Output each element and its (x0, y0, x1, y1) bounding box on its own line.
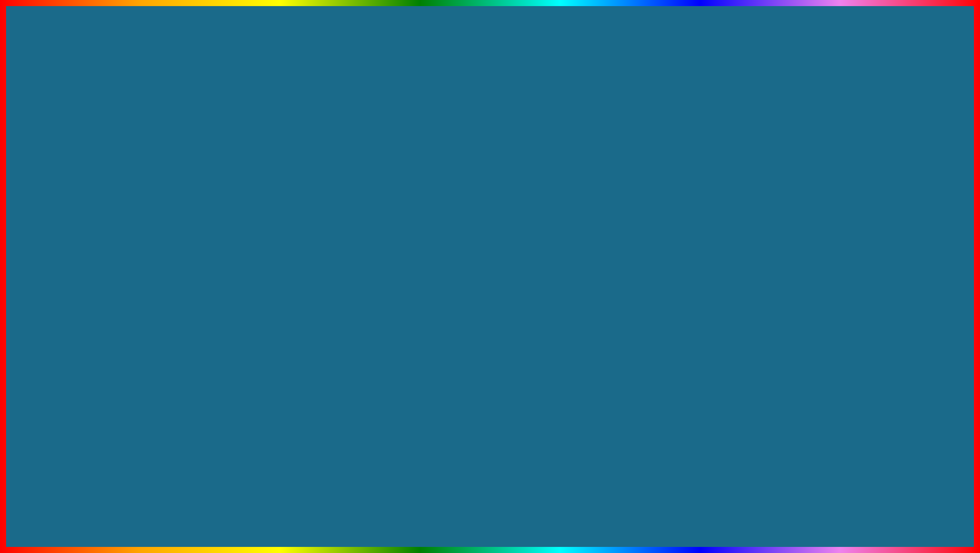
auto-buy-label: Auto Buy Gear (120, 234, 167, 243)
sidebar-label-sky: Sky (67, 321, 78, 329)
content-row-auto-buy[interactable]: Auto Buy Gear (113, 228, 298, 249)
panel-right-sidebar: Welcome Main Setting Item & Quest Stats … (692, 184, 763, 340)
content-row-lever[interactable]: Teleport to Lever Pull (113, 312, 298, 332)
close-button-left[interactable]: ✕ (280, 168, 291, 179)
auto-turn-toggle[interactable] (281, 275, 291, 285)
title-letter-i: I (671, 12, 700, 108)
title-letter-o: O (285, 12, 357, 108)
sidebar-dot-setting (698, 225, 703, 230)
sidebar-dot-raid-right (698, 288, 703, 293)
temple-label: Teleport to Temple of Time (120, 297, 204, 305)
content-row-autofarm[interactable]: AutoFarm ✓ (763, 238, 948, 259)
sidebar-item-raid[interactable]: Raid (42, 203, 113, 219)
bottom-text-area: AUTO FARM SCRIPT PASTEBIN (0, 478, 980, 543)
auto-train-label: Auto Train Race (120, 255, 171, 263)
sidebar-dot-welcome (698, 193, 703, 198)
bottom-auto: AUTO (141, 478, 299, 543)
remove-sound-toggle[interactable] (931, 192, 941, 202)
buddha-character (361, 375, 463, 487)
content-row-bf-mastery[interactable]: Auto Farm BF Mastery (763, 269, 948, 290)
sidebar-item-esp-right[interactable]: ESP (692, 266, 763, 282)
title-letter-f: F (478, 12, 536, 108)
sidebar-label-race: Race v4 (57, 286, 82, 294)
bottom-script: SCRIPT (477, 488, 626, 534)
autofarm-checkbox[interactable]: ✓ (931, 244, 941, 254)
buddha-head (391, 352, 432, 390)
sidebar-label-item: Item & Quest (707, 239, 746, 247)
panel-left-sidebar: ESP Raid Local Players World Teleport St… (42, 184, 113, 340)
svg-point-1 (52, 326, 58, 329)
teleport-gear-toggle[interactable] (281, 213, 291, 223)
content-row-move-cam[interactable]: Move Cam to Moon (113, 187, 298, 208)
sidebar-label-stats: Stats (707, 255, 723, 262)
sidebar-dot-shop (48, 303, 53, 308)
sidebar-item-setting[interactable]: Setting (692, 219, 763, 235)
minimize-button-left[interactable]: — (265, 168, 276, 179)
sidebar-item-race-v4[interactable]: Race v4 (42, 282, 113, 298)
gun-mastery-toggle[interactable] (931, 295, 941, 305)
lever-label: Teleport to Lever Pull (120, 318, 187, 326)
content-row-boost-fps[interactable]: BOOST FPS (763, 208, 948, 228)
sidebar-dot-status (48, 256, 53, 261)
sky-avatar (48, 318, 62, 332)
sidebar-dot-raid (48, 209, 53, 214)
main-title: BLOX FRUITS (0, 10, 980, 110)
sidebar-dot-devil (48, 272, 53, 277)
title-letter-r: R (536, 12, 603, 108)
sidebar-label-world: World Teleport (57, 239, 100, 247)
sidebar-label-devil: Devil Fruit (57, 270, 87, 278)
teleport-gear-label: Teleport to Gear (120, 214, 171, 222)
auto-turn-label: Auto Turn On Race v4 (120, 276, 191, 284)
sidebar-item-local-players[interactable]: Local Players (42, 219, 113, 235)
sidebar-item-item-quest[interactable]: Item & Quest (692, 235, 763, 251)
sidebar-label-shop: Shop (57, 302, 73, 309)
lever-toggle[interactable] (281, 317, 291, 327)
sidebar-dot-race (48, 288, 53, 293)
panel-left-title: NIGHT HUB (49, 169, 104, 178)
bf-mastery-label: Auto Farm BF Mastery (770, 275, 842, 284)
sidebar-item-welcome[interactable]: Welcome (692, 188, 763, 203)
svg-point-0 (53, 321, 57, 325)
content-row-auto-train[interactable]: Auto Train Race (113, 249, 298, 270)
content-row-temple[interactable]: Teleport to Temple of Time (113, 291, 298, 312)
close-button-right[interactable]: ✕ (930, 168, 941, 179)
content-row-auto-turn[interactable]: Auto Turn On Race v4 (113, 270, 298, 291)
sidebar-dot-esp-right (698, 272, 703, 277)
sidebar-dot-local-right (698, 303, 703, 308)
sidebar-item-shop[interactable]: Shop (42, 298, 113, 314)
minimize-button-right[interactable]: — (914, 168, 926, 179)
content-row-remove-sound[interactable]: Revome all Sound (763, 187, 948, 208)
logo-blx: BL✕ (885, 457, 938, 481)
title-letter-u: U (603, 12, 671, 108)
sidebar-item-sky[interactable]: Sky (42, 314, 113, 336)
sidebar-item-local-right[interactable]: Local Players (692, 298, 763, 314)
section-mastery-menu: Mastery Menu (763, 259, 948, 269)
sidebar-item-raid-right[interactable]: Raid (692, 282, 763, 298)
sidebar-item-status-sever[interactable]: Status Sever (42, 251, 113, 266)
temple-toggle[interactable] (281, 296, 291, 306)
panel-right-body: Welcome Main Setting Item & Quest Stats … (692, 184, 948, 340)
sidebar-label-local: Local Players (57, 223, 97, 231)
bf-mastery-toggle[interactable] (931, 274, 941, 285)
sidebar-item-main[interactable]: Main (692, 203, 763, 219)
sidebar-item-sky-right[interactable]: Sky (692, 314, 763, 336)
title-letter-s: S (758, 12, 820, 108)
auto-buy-toggle[interactable] (281, 233, 291, 244)
sidebar-item-esp[interactable]: ESP (42, 188, 113, 203)
move-cam-toggle[interactable] (281, 192, 291, 202)
content-row-teleport-gear[interactable]: Teleport to Gear (113, 208, 298, 228)
sidebar-item-devil-fruit[interactable]: Devil Fruit (42, 266, 113, 282)
boost-fps-toggle[interactable] (931, 213, 941, 223)
content-row-gun-mastery[interactable]: Auto Farm Gun Mastery (763, 290, 948, 311)
sidebar-item-stats[interactable]: Stats (692, 251, 763, 266)
panel-left-body: ESP Raid Local Players World Teleport St… (42, 184, 298, 340)
sidebar-dot-esp (48, 193, 53, 198)
roblox-character (510, 398, 545, 497)
panel-right-header: HUB — ✕ (692, 164, 948, 184)
sidebar-item-world-teleport[interactable]: World Teleport (42, 235, 113, 251)
sidebar-label-esp-right: ESP (707, 270, 721, 278)
sidebar-label-esp: ESP (57, 192, 71, 199)
auto-train-toggle[interactable] (281, 254, 291, 264)
gun-mastery-label: Auto Farm Gun Mastery (770, 296, 846, 304)
sidebar-label-status: Status Sever (57, 255, 95, 262)
